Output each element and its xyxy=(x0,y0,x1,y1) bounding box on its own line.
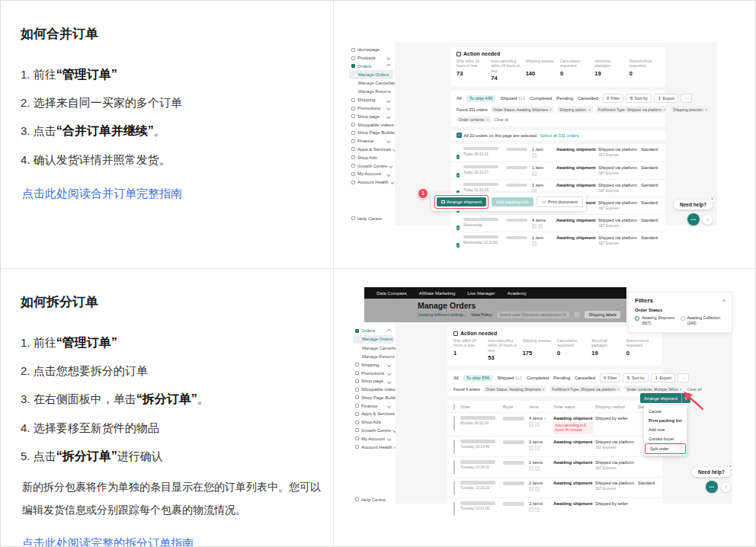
sidebar-item-shop-page-builder[interactable]: Shop Page Builder xyxy=(348,129,395,137)
tab-shipped[interactable]: Shipped113 xyxy=(497,376,522,380)
sidebar-item-apps-services[interactable]: Apps & Services xyxy=(351,410,396,418)
row-checkbox[interactable] xyxy=(453,460,455,475)
sidebar-item-shop-page-builder[interactable]: Shop Page Builder xyxy=(351,393,396,401)
sidebar-item-shop-page[interactable]: Shop page xyxy=(351,377,396,385)
sidebar-item-my-account[interactable]: My Account xyxy=(351,434,396,443)
order-row[interactable]: Tuesday 10:14:402 itemsAwaiting shipment… xyxy=(447,436,662,456)
sidebar-item-finance[interactable]: Finance xyxy=(351,401,396,410)
sidebar-item-manage-cancellations[interactable]: Manage Cancellations xyxy=(348,79,395,88)
sidebar-item-my-account[interactable]: My Account xyxy=(348,170,395,178)
sidebar-item-help-centre[interactable]: Help Centre xyxy=(351,495,396,504)
sort-button[interactable]: ⇅Sort by xyxy=(626,94,652,103)
sidebar-item-help-centre[interactable]: Help Centre xyxy=(348,214,395,222)
menu-item-split-order[interactable]: Split order xyxy=(645,443,686,454)
row-checkbox[interactable]: ✓ xyxy=(456,173,460,178)
order-row[interactable]: Tuesday 10:21:022 itemsAwaiting shipment… xyxy=(447,497,662,518)
add-tracking-info-button[interactable]: Add tracking info xyxy=(492,197,533,206)
row-checkbox[interactable]: ✓ xyxy=(456,243,460,248)
order-row[interactable]: ✓Wednesday 12:11:001 itemAwaiting shipme… xyxy=(450,232,665,249)
tab-pending[interactable]: Pending xyxy=(556,96,573,101)
sidebar-item-manage-orders[interactable]: Manage Orders xyxy=(349,70,393,78)
sidebar-item-products[interactable]: Products xyxy=(348,54,395,62)
tab-to-ship[interactable]: To ship 556 xyxy=(463,375,493,382)
sidebar-item-homepage[interactable]: Homepage xyxy=(348,46,395,54)
print-document-button[interactable]: ▭Print document xyxy=(537,197,583,207)
sidebar-item-account-health[interactable]: Account Health xyxy=(351,443,396,451)
split-guide-link[interactable]: 点击此处阅读完整的拆分订单指南 xyxy=(22,536,194,546)
filter-button[interactable]: ∇Filter xyxy=(603,94,624,103)
tab-to-ship[interactable]: To ship 446 xyxy=(466,95,496,102)
row-checkbox[interactable]: ✓ xyxy=(456,155,460,159)
order-row[interactable]: ✓Today 09:30:271 itemAwaiting shipmentSh… xyxy=(450,162,665,179)
filter-button[interactable]: ∇Filter xyxy=(600,373,621,382)
sidebar-item-shoppable-videos[interactable]: Shoppable videos xyxy=(351,385,396,394)
tab-all[interactable]: All xyxy=(453,376,459,380)
menu-item-add-note[interactable]: Add note xyxy=(644,425,687,434)
sidebar-item-shop-ads[interactable]: Shop Ads xyxy=(351,418,396,427)
nav-data-compass[interactable]: Data Compass xyxy=(376,291,407,296)
sidebar-item-shop-page[interactable]: Shop page xyxy=(348,112,395,120)
sidebar-item-shipping[interactable]: Shipping xyxy=(351,360,396,369)
clear-all-button[interactable]: Clear all xyxy=(494,117,508,122)
row-checkbox[interactable] xyxy=(453,440,455,454)
close-icon[interactable]: × xyxy=(722,298,726,303)
radio-awaiting-collection[interactable]: Awaiting Collection(249) xyxy=(681,315,726,327)
chat-button[interactable]: ••• xyxy=(687,213,700,226)
need-help-tooltip[interactable]: Need help?× xyxy=(674,200,713,210)
tab-pending[interactable]: Pending xyxy=(553,376,570,380)
sidebar-item-orders[interactable]: Orders xyxy=(348,62,395,71)
select-all-checkbox[interactable]: ✓ xyxy=(456,133,462,138)
close-icon[interactable]: × xyxy=(486,117,489,122)
order-row[interactable]: ✓Today 09:30:311 itemAwaiting shipmentSh… xyxy=(450,144,665,162)
filter-chip-order-contents[interactable]: Order contents: Multiple SKUs× xyxy=(624,385,684,392)
close-icon[interactable]: × xyxy=(549,107,552,112)
sidebar-item-growth-centre[interactable]: Growth Centre xyxy=(348,162,395,170)
close-icon[interactable]: × xyxy=(542,387,544,392)
search-input[interactable] xyxy=(497,312,570,318)
menu-item-cancel[interactable]: Cancel xyxy=(644,407,687,416)
filter-chip-order-contents[interactable]: Order contents:× xyxy=(456,116,491,123)
sidebar-item-growth-centre[interactable]: Growth Centre xyxy=(351,427,396,435)
tab-completed[interactable]: Completed xyxy=(530,96,552,101)
filter-chip-fulfillment-type[interactable]: Fulfillment Type: Shipped via platform× xyxy=(549,385,621,392)
sidebar-item-shipping[interactable]: Shipping xyxy=(348,96,395,104)
arrange-shipment-button[interactable]: Arrange shipment xyxy=(437,197,486,206)
chat-button[interactable]: ••• xyxy=(706,481,718,493)
nav-affiliate-marketing[interactable]: Affiliate Marketing xyxy=(419,291,456,296)
more-button[interactable]: ··· xyxy=(678,373,689,382)
header-checkbox[interactable] xyxy=(453,404,455,410)
feedback-button[interactable]: ☝ xyxy=(721,482,731,492)
sidebar-item-finance[interactable]: Finance xyxy=(348,137,395,146)
filter-chip-fulfillment-type[interactable]: Fulfillment Type: Shipped via platform× xyxy=(596,106,668,113)
menu-item-contact-buyer[interactable]: Contact buyer xyxy=(644,434,687,443)
order-row[interactable]: ✓Wednesday4 itemsAwaiting shipmentShippe… xyxy=(450,214,665,232)
sidebar-item-orders[interactable]: Orders xyxy=(351,327,396,335)
sidebar-item-apps-services[interactable]: Apps & Services xyxy=(348,146,395,154)
sidebar-item-manage-cancellations[interactable]: Manage Cancellations xyxy=(351,344,396,352)
close-icon[interactable]: × xyxy=(617,387,620,392)
close-icon[interactable]: × xyxy=(663,107,665,112)
export-button[interactable]: ↥Export xyxy=(654,94,678,103)
filter-chip-shipping-provider[interactable]: Shipping provider:× xyxy=(671,106,710,113)
nav-academy[interactable]: Academy xyxy=(508,291,527,296)
menu-item-print-packing-list[interactable]: Print packing list xyxy=(644,416,687,425)
sidebar-item-manage-orders[interactable]: Manage Orders xyxy=(353,335,394,344)
sidebar-item-account-health[interactable]: Account Health xyxy=(348,178,395,187)
row-checkbox[interactable]: ✓ xyxy=(456,226,460,230)
feedback-button[interactable]: ☝ xyxy=(703,215,713,225)
close-icon[interactable]: × xyxy=(728,464,733,469)
sidebar-item-manage-returns[interactable]: Manage Returns xyxy=(351,352,396,360)
tab-shipped[interactable]: Shipped113 xyxy=(500,96,525,101)
view-policy-link[interactable]: View Policy xyxy=(471,312,492,317)
sidebar-item-promotions[interactable]: Promotions xyxy=(348,104,395,113)
close-icon[interactable]: × xyxy=(588,107,591,112)
need-help-tooltip[interactable]: Need help?× xyxy=(692,467,731,477)
filter-chip-shipping-option[interactable]: Shipping option:× xyxy=(557,106,593,113)
sidebar-item-manage-returns[interactable]: Manage Returns xyxy=(348,88,395,96)
row-checkbox[interactable] xyxy=(453,481,455,495)
tab-all[interactable]: All xyxy=(456,96,462,101)
select-all-orders-link[interactable]: Select all 331 orders xyxy=(540,133,579,138)
order-row[interactable]: Tuesday 10:20:202 itemsAwaiting shipment… xyxy=(447,477,662,497)
tab-cancelled[interactable]: Cancelled xyxy=(575,376,595,380)
close-icon[interactable]: × xyxy=(710,197,715,202)
